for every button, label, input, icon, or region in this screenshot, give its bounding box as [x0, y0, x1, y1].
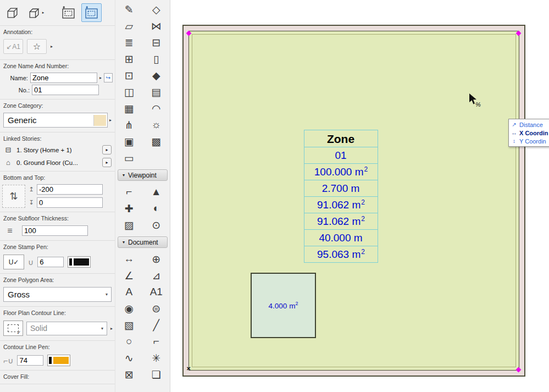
- ramp-tool[interactable]: ≣: [120, 34, 138, 51]
- drawing-tool[interactable]: ❏: [147, 366, 165, 383]
- zone-stamp-text: 40.000 m: [319, 233, 362, 243]
- zone-polygon-area-select[interactable]: Gross ▾: [3, 287, 112, 302]
- story-row[interactable]: ⌂ 0. Ground Floor (Cu... ▸: [2, 156, 113, 169]
- tool-glyph: ▦: [124, 102, 134, 115]
- story-flyout-button[interactable]: ▸: [102, 158, 112, 167]
- tool-glyph: ⊕: [152, 253, 160, 266]
- section-tool[interactable]: ⌐: [120, 184, 138, 200]
- zone-category-combo[interactable]: Generic: [3, 113, 108, 128]
- zone-stamp-row: 2.700 m: [304, 180, 378, 196]
- morph-tool[interactable]: ⋈: [147, 18, 165, 34]
- polyline-tool[interactable]: ⌐: [147, 333, 165, 350]
- small-zone-area-text: 4.000 m: [269, 302, 296, 310]
- stamp-pen-number-input[interactable]: [37, 257, 64, 267]
- radial-dimension-tool[interactable]: ⊕: [147, 251, 165, 267]
- bottom-top-label: Bottom and Top:: [2, 173, 113, 183]
- spline-tool[interactable]: ∿: [120, 350, 138, 366]
- worksheet-tool[interactable]: ◐: [147, 200, 165, 217]
- dimension-tool[interactable]: ↔: [120, 251, 138, 267]
- detail-tool[interactable]: ▨: [120, 217, 138, 233]
- label-annotation-button[interactable]: ↙ A1: [3, 39, 23, 54]
- opening-tool[interactable]: ◫: [120, 84, 138, 100]
- angle-dimension-tool[interactable]: ∠: [120, 267, 138, 284]
- a1-arrow-icon: ↙: [6, 43, 12, 51]
- stylus-tool[interactable]: ✎: [120, 1, 138, 18]
- floor-plan-margin-view-button[interactable]: [81, 3, 102, 22]
- flyout-arrow-icon: ▸: [106, 147, 108, 152]
- floor-plan-view-button[interactable]: [58, 3, 79, 22]
- stamp-pen-button[interactable]: U✓: [3, 255, 24, 269]
- fill-tool[interactable]: ⊜: [147, 300, 165, 317]
- folded-plate-tool[interactable]: ▤: [147, 84, 165, 100]
- elevation-tool[interactable]: ▲: [147, 184, 165, 200]
- contour-line-type-button[interactable]: ✓: [3, 321, 23, 336]
- contour-pen-color-button[interactable]: [47, 355, 70, 366]
- hotspot-tool[interactable]: ✳: [147, 350, 165, 366]
- floorplan-canvas[interactable]: Zone 01 100.000 m2 2.700 m 91.062 m2 91.…: [170, 0, 549, 392]
- mesh-tool[interactable]: ▦: [120, 100, 138, 117]
- space-frame-tool[interactable]: ▩: [147, 133, 165, 150]
- hotlink-tool[interactable]: ◉: [120, 300, 138, 317]
- contour-pen-number-input[interactable]: [17, 355, 43, 366]
- zone-tool[interactable]: ▣: [120, 133, 138, 150]
- skewed-slab-tool[interactable]: ◆: [147, 67, 165, 84]
- column-tool[interactable]: ⋔: [120, 117, 138, 133]
- story-row[interactable]: ⊟ 1. Story (Home + 1) ▸: [2, 143, 113, 156]
- camera-tool[interactable]: ⊙: [147, 217, 165, 233]
- zone-stamp-pen-section: Zone Stamp Pen: U✓ ∪: [0, 241, 115, 274]
- viewpoint-section-header[interactable]: ▾ Viewpoint: [118, 169, 168, 181]
- text-tool[interactable]: A: [120, 284, 138, 300]
- interior-elevation-tool[interactable]: ✚: [120, 200, 138, 217]
- lamp-tool[interactable]: ☼: [147, 117, 165, 133]
- axonometry-view-button[interactable]: [2, 3, 23, 22]
- zone-name-input[interactable]: [30, 73, 97, 83]
- contour-flyout-icon[interactable]: ▸: [110, 326, 113, 331]
- tracker-row[interactable]: ↕ Y Coordin: [511, 137, 549, 145]
- beam-tool[interactable]: ⊟: [147, 34, 165, 51]
- tracker-row[interactable]: ↗ Distance: [511, 120, 549, 129]
- tool-glyph: ◉: [124, 302, 134, 315]
- favorites-star-button[interactable]: ☆: [27, 39, 47, 54]
- axonometry-flyout-button[interactable]: ▸: [25, 3, 46, 22]
- zone-stamp[interactable]: Zone 01 100.000 m2 2.700 m 91.062 m2 91.…: [304, 130, 378, 263]
- morph-box-tool[interactable]: ▭: [120, 150, 138, 166]
- roof-tool[interactable]: ◇: [147, 1, 165, 18]
- tracker-row[interactable]: ↔ X Coordin: [511, 129, 549, 137]
- zone-stamp-row: 91.062 m2: [304, 213, 378, 229]
- grid-tool[interactable]: ⊞: [120, 51, 138, 67]
- slab-tool[interactable]: ▯: [147, 51, 165, 67]
- circle-tool[interactable]: ○: [120, 333, 138, 350]
- svg-text:%: %: [475, 101, 481, 108]
- tool-glyph: ◇: [152, 3, 160, 16]
- name-flyout-icon[interactable]: ▸: [99, 75, 102, 80]
- toolbox-panel: ✎ ◇ ▱ ⋈ ≣ ⊟ ⊞: [115, 0, 170, 392]
- zone-number-input[interactable]: [32, 85, 99, 95]
- bottom-top-icon[interactable]: ⇅: [2, 185, 25, 208]
- stamp-pen-color-button[interactable]: [68, 256, 91, 268]
- curved-shell-tool[interactable]: ◠: [147, 100, 165, 117]
- autotext-button[interactable]: ↪: [104, 73, 113, 82]
- tool-glyph: ↔: [124, 253, 134, 265]
- story-icon: ⌂: [3, 158, 13, 167]
- shell-tool[interactable]: ▱: [120, 18, 138, 34]
- category-flyout-icon[interactable]: ▸: [109, 118, 112, 123]
- bottom-offset-input[interactable]: [37, 184, 103, 195]
- annotation-flyout-icon[interactable]: ▸: [51, 44, 53, 49]
- line-tool[interactable]: ╱: [147, 317, 165, 333]
- subfloor-thickness-input[interactable]: [22, 225, 88, 236]
- tool-glyph: ▯: [153, 53, 159, 65]
- top-offset-input[interactable]: [37, 197, 103, 208]
- figure-tool[interactable]: ⊠: [120, 366, 138, 383]
- tool-glyph: ◠: [152, 102, 161, 115]
- level-dimension-tool[interactable]: ⊿: [147, 267, 165, 284]
- viewpoint-tools-grid: ⌐ ▲ ✚ ◐ ▨ ⊙: [115, 184, 170, 233]
- small-zone[interactable]: 4.000 m2: [251, 273, 316, 338]
- document-section-header[interactable]: ▾ Document: [118, 236, 168, 248]
- tool-glyph: ⊙: [152, 219, 160, 231]
- hatch-tool[interactable]: ▧: [120, 317, 138, 333]
- contour-line-select[interactable]: Solid ▾: [26, 322, 107, 335]
- label-tool[interactable]: A1: [147, 284, 165, 300]
- tool-glyph: ✎: [125, 3, 134, 16]
- raised-grid-tool[interactable]: ⊡: [120, 67, 138, 84]
- story-flyout-button[interactable]: ▸: [102, 145, 112, 154]
